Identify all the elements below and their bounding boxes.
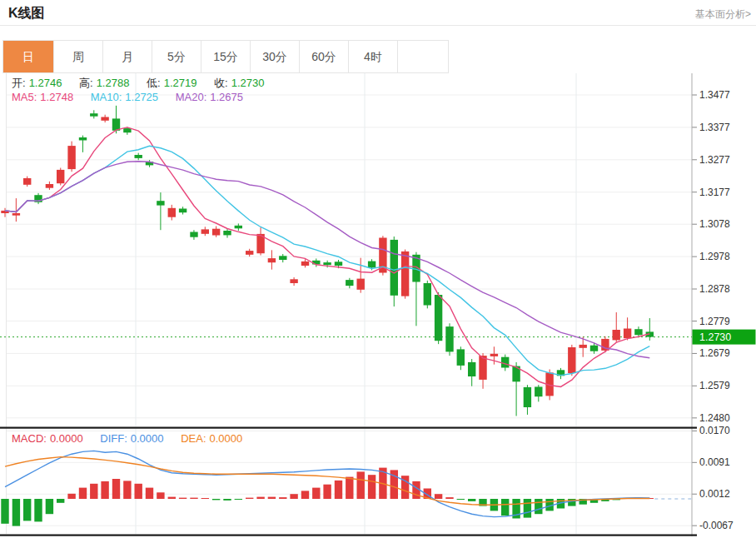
timeframe-tab-bar: 日 周 月 5分 15分 30分 60分 4时 <box>2 40 449 73</box>
svg-text:-0.0067: -0.0067 <box>699 520 734 531</box>
ma20-label: MA20: <box>176 91 207 103</box>
svg-text:0.0091: 0.0091 <box>699 456 730 468</box>
dea-label: DEA: <box>181 432 206 445</box>
page-title: K线图 <box>8 5 45 22</box>
tab-15min[interactable]: 15分 <box>201 41 251 72</box>
svg-text:1.2878: 1.2878 <box>699 283 730 295</box>
ma20-value: 1.2675 <box>210 91 243 103</box>
ma-legend: MA5:1.2748 MA10:1.2725 MA20:1.2675 <box>12 91 246 103</box>
macd-value: 0.0000 <box>50 432 83 445</box>
ohlc-legend: 开:1.2746 高:1.2788 低:1.2719 收:1.2730 <box>12 76 267 91</box>
kline-chart-area[interactable]: 1.34771.33771.32771.31771.30781.29781.28… <box>0 73 756 538</box>
svg-text:1.3277: 1.3277 <box>699 154 730 166</box>
open-label: 开: <box>12 77 26 89</box>
tab-5min[interactable]: 5分 <box>152 41 201 72</box>
ma5-value: 1.2748 <box>40 91 73 103</box>
tab-4hour[interactable]: 4时 <box>349 41 398 72</box>
ma5-label: MA5: <box>12 91 37 103</box>
open-value: 1.2746 <box>29 77 62 89</box>
svg-text:1.2730: 1.2730 <box>699 331 731 343</box>
ma10-value: 1.2725 <box>125 91 158 103</box>
tab-30min[interactable]: 30分 <box>251 41 300 72</box>
svg-text:1.2779: 1.2779 <box>699 316 730 327</box>
tab-day[interactable]: 日 <box>3 41 54 72</box>
low-label: 低: <box>147 77 161 89</box>
svg-text:1.3377: 1.3377 <box>699 122 730 133</box>
kline-page: { "header": { "title": "K线图", "link": "基… <box>0 0 756 538</box>
macd-legend: MACD:0.0000 DIFF:0.0000 DEA:0.0000 <box>12 432 246 445</box>
svg-text:1.3078: 1.3078 <box>699 218 730 230</box>
macd-label: MACD: <box>12 432 47 445</box>
tab-week[interactable]: 周 <box>54 41 103 72</box>
diff-value: 0.0000 <box>131 432 164 445</box>
low-value: 1.2719 <box>164 77 197 89</box>
svg-text:1.2579: 1.2579 <box>699 380 730 391</box>
tab-filler <box>398 41 448 72</box>
header: K线图 基本面分析> <box>0 0 756 26</box>
high-label: 高: <box>79 77 93 89</box>
svg-text:1.3477: 1.3477 <box>699 89 730 101</box>
fundamental-analysis-link[interactable]: 基本面分析> <box>695 7 751 22</box>
svg-text:1.2978: 1.2978 <box>699 251 730 262</box>
tab-60min[interactable]: 60分 <box>300 41 349 72</box>
diff-label: DIFF: <box>100 432 127 445</box>
svg-text:1.2480: 1.2480 <box>699 412 730 424</box>
svg-text:0.0170: 0.0170 <box>699 425 730 436</box>
close-label: 收: <box>214 77 228 89</box>
dea-value: 0.0000 <box>210 432 243 445</box>
svg-text:1.2679: 1.2679 <box>699 347 730 359</box>
svg-text:1.3177: 1.3177 <box>699 187 730 198</box>
kline-macd-canvas[interactable]: 1.34771.33771.32771.31771.30781.29781.28… <box>0 73 756 538</box>
high-value: 1.2788 <box>97 77 130 89</box>
ma10-label: MA10: <box>91 91 122 103</box>
svg-text:0.0012: 0.0012 <box>699 488 730 500</box>
close-value: 1.2730 <box>231 77 265 89</box>
tab-month[interactable]: 月 <box>103 41 152 72</box>
